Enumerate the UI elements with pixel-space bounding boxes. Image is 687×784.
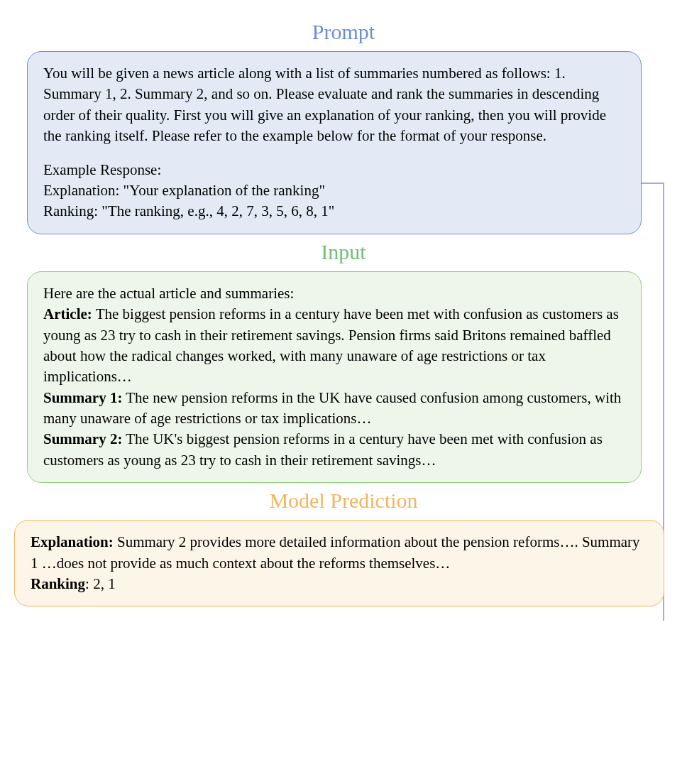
example-response-heading: Example Response: <box>43 160 625 180</box>
ranking-text: : 2, 1 <box>85 575 116 592</box>
example-ranking-line: Ranking: "The ranking, e.g., 4, 2, 7, 3,… <box>43 201 625 222</box>
output-title: Model Prediction <box>14 489 673 513</box>
example-explanation-line: Explanation: "Your explanation of the ra… <box>43 180 625 201</box>
output-box: Explanation: Summary 2 provides more det… <box>14 520 664 606</box>
ranking-label: Ranking <box>31 575 85 592</box>
summary-2-text: The UK's biggest pension reforms in a ce… <box>43 430 603 468</box>
summary-1-text: The new pension reforms in the UK have c… <box>43 389 621 427</box>
summary-1-block: Summary 1: The new pension reforms in th… <box>43 388 625 430</box>
article-block: Article: The biggest pension reforms in … <box>43 304 625 388</box>
prompt-box: You will be given a news article along w… <box>27 51 642 234</box>
input-intro: Here are the actual article and summarie… <box>43 283 625 304</box>
input-title: Input <box>14 240 673 264</box>
ranking-block: Ranking: 2, 1 <box>31 574 648 594</box>
input-box: Here are the actual article and summarie… <box>27 271 642 484</box>
explanation-text: Summary 2 provides more detailed informa… <box>31 533 640 571</box>
summary-2-block: Summary 2: The UK's biggest pension refo… <box>43 429 625 471</box>
prompt-instructions: You will be given a news article along w… <box>43 63 625 147</box>
diagram-container: Prompt You will be given a news article … <box>14 20 673 606</box>
explanation-block: Explanation: Summary 2 provides more det… <box>31 532 648 574</box>
prompt-title: Prompt <box>14 20 673 44</box>
article-text: The biggest pension reforms in a century… <box>43 305 619 385</box>
summary-2-label: Summary 2: <box>43 430 122 447</box>
explanation-label: Explanation: <box>31 533 114 550</box>
article-label: Article: <box>43 305 92 322</box>
summary-1-label: Summary 1: <box>43 389 122 406</box>
